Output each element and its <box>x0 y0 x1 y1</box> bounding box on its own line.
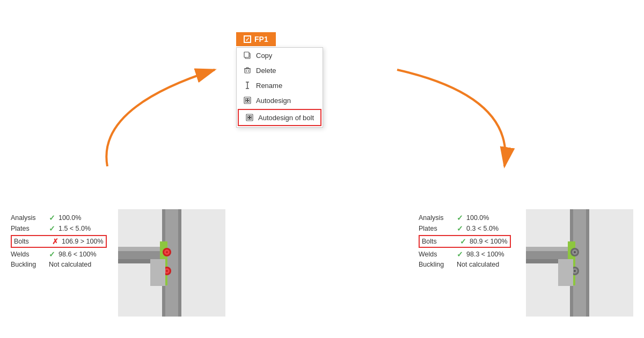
stat-label: Analysis <box>11 214 46 222</box>
delete-icon <box>243 66 252 75</box>
panel-left: Analysis ✓ 100.0% Plates ✓ 1.5 < 5.0% Bo… <box>11 209 225 317</box>
stat-label: Buckling <box>11 261 46 268</box>
context-menu-area: ✓ FP1 Copy <box>236 32 323 128</box>
connection-image-right <box>526 209 633 317</box>
fp1-label: FP1 <box>254 35 268 43</box>
bolts-highlight-right: Bolts ✓ 80.9 < 100% <box>419 235 511 248</box>
stat-row-plates-left: Plates ✓ 1.5 < 5.0% <box>11 224 118 233</box>
menu-item-autodesign[interactable]: Autodesign <box>237 93 323 108</box>
stat-label: Welds <box>419 251 453 258</box>
delete-label: Delete <box>256 67 276 75</box>
connection-svg-left <box>118 209 225 317</box>
stat-row-analysis-right: Analysis ✓ 100.0% <box>419 214 526 222</box>
connection-svg-right <box>526 209 633 317</box>
fail-icon: ✗ <box>52 237 58 246</box>
ok-icon: ✓ <box>49 250 55 259</box>
stat-value: 80.9 < 100% <box>470 238 508 245</box>
menu-item-rename[interactable]: Rename <box>237 78 323 93</box>
svg-rect-3 <box>244 52 249 57</box>
ok-icon: ✓ <box>457 224 463 233</box>
svg-rect-17 <box>246 101 247 102</box>
arrow-right <box>354 43 537 182</box>
stat-value: 100.0% <box>58 214 81 222</box>
arrow-left <box>75 43 258 177</box>
stat-label: Buckling <box>419 261 453 268</box>
svg-rect-39 <box>150 259 165 286</box>
svg-point-53 <box>574 270 576 272</box>
bottom-panels: Analysis ✓ 100.0% Plates ✓ 1.5 < 5.0% Bo… <box>11 209 633 317</box>
svg-rect-16 <box>248 99 250 100</box>
autodesign-icon <box>243 96 252 105</box>
svg-rect-18 <box>248 101 250 102</box>
stat-row-welds-right: Welds ✓ 98.3 < 100% <box>419 250 526 259</box>
stat-row-buckling-left: Buckling Not calculated <box>11 261 118 268</box>
panel-left-stats: Analysis ✓ 100.0% Plates ✓ 1.5 < 5.0% Bo… <box>11 209 118 275</box>
svg-rect-54 <box>558 259 573 286</box>
menu-item-delete[interactable]: Delete <box>237 63 323 78</box>
stat-label: Plates <box>419 225 453 232</box>
stat-row-bolts-right: Bolts ✓ 80.9 < 100% <box>419 235 526 248</box>
stat-value: Not calculated <box>49 261 91 268</box>
rename-label: Rename <box>256 82 282 90</box>
stat-row-plates-right: Plates ✓ 0.3 < 5.0% <box>419 224 526 233</box>
autodesign-bolt-label: Autodesign of bolt <box>258 114 314 122</box>
svg-rect-4 <box>245 69 250 73</box>
stat-label: Bolts <box>422 238 457 245</box>
stat-value: 98.6 < 100% <box>58 251 97 258</box>
ok-icon: ✓ <box>460 237 466 246</box>
svg-rect-15 <box>246 99 247 100</box>
ok-icon: ✓ <box>457 250 463 259</box>
svg-point-50 <box>574 251 576 253</box>
connection-image-left <box>118 209 225 317</box>
copy-label: Copy <box>256 52 272 60</box>
stat-label: Welds <box>11 251 46 258</box>
autodesign-bolt-icon <box>245 113 254 122</box>
stat-value: 1.5 < 5.0% <box>58 225 91 232</box>
stat-label: Plates <box>11 225 46 232</box>
panel-right: Analysis ✓ 100.0% Plates ✓ 0.3 < 5.0% Bo… <box>419 209 633 317</box>
stat-row-analysis-left: Analysis ✓ 100.0% <box>11 214 118 222</box>
menu-item-copy[interactable]: Copy <box>237 48 323 63</box>
stat-value: Not calculated <box>457 261 499 268</box>
svg-rect-43 <box>586 209 589 317</box>
stat-row-buckling-right: Buckling Not calculated <box>419 261 526 268</box>
stat-value: 98.3 < 100% <box>466 251 504 258</box>
svg-rect-45 <box>526 247 574 251</box>
rename-icon <box>243 81 252 90</box>
fp1-checkbox: ✓ <box>244 35 251 43</box>
svg-rect-28 <box>178 209 181 317</box>
menu-item-autodesign-bolt[interactable]: Autodesign of bolt <box>238 109 321 126</box>
fp1-badge[interactable]: ✓ FP1 <box>236 32 276 46</box>
stat-value: 0.3 < 5.0% <box>466 225 499 232</box>
svg-rect-30 <box>118 247 166 251</box>
stat-value: 106.9 > 100% <box>62 238 104 245</box>
stat-row-welds-left: Welds ✓ 98.6 < 100% <box>11 250 118 259</box>
panel-right-stats: Analysis ✓ 100.0% Plates ✓ 0.3 < 5.0% Bo… <box>419 209 526 275</box>
autodesign-label: Autodesign <box>256 97 291 105</box>
svg-point-35 <box>166 251 168 253</box>
stat-label: Analysis <box>419 214 453 222</box>
context-menu: Copy Delete <box>236 47 323 128</box>
svg-point-38 <box>166 270 168 272</box>
stat-row-bolts-left: Bolts ✗ 106.9 > 100% <box>11 235 118 248</box>
stat-label: Bolts <box>14 238 49 245</box>
copy-icon <box>243 51 252 60</box>
bolts-highlight-left: Bolts ✗ 106.9 > 100% <box>11 235 107 248</box>
stat-value: 100.0% <box>466 214 489 222</box>
ok-icon: ✓ <box>457 214 463 222</box>
ok-icon: ✓ <box>49 214 55 222</box>
ok-icon: ✓ <box>49 224 55 233</box>
